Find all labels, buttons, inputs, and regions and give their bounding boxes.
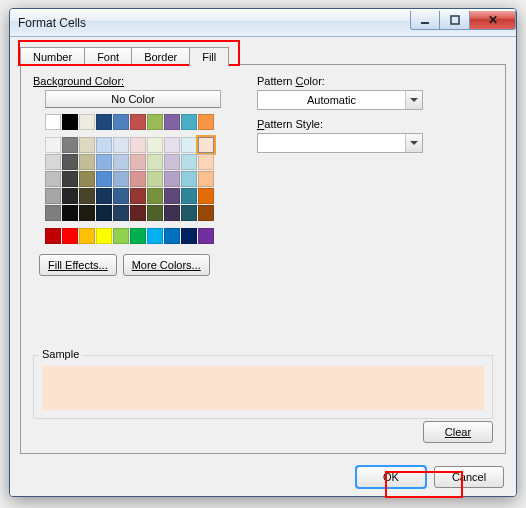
color-swatch[interactable]: [164, 114, 180, 130]
color-swatch[interactable]: [113, 137, 129, 153]
color-swatch[interactable]: [181, 154, 197, 170]
color-swatch[interactable]: [164, 171, 180, 187]
color-swatch[interactable]: [164, 205, 180, 221]
color-swatch[interactable]: [198, 114, 214, 130]
color-swatch[interactable]: [181, 228, 197, 244]
color-swatch[interactable]: [45, 154, 61, 170]
color-swatch[interactable]: [96, 205, 112, 221]
pattern-style-label: Pattern Style:: [257, 118, 423, 130]
dropdown-arrow-icon: [405, 134, 422, 152]
window-maximize-button[interactable]: [440, 11, 470, 30]
svg-rect-0: [421, 22, 429, 24]
color-swatch[interactable]: [45, 114, 61, 130]
color-swatch[interactable]: [130, 188, 146, 204]
color-swatch[interactable]: [62, 171, 78, 187]
color-swatch[interactable]: [198, 228, 214, 244]
color-swatch[interactable]: [198, 188, 214, 204]
pattern-color-dropdown[interactable]: Automatic: [257, 90, 423, 110]
color-swatch[interactable]: [198, 205, 214, 221]
color-swatch[interactable]: [164, 154, 180, 170]
clear-button[interactable]: Clear: [423, 421, 493, 443]
color-swatch[interactable]: [79, 171, 95, 187]
no-color-button[interactable]: No Color: [45, 90, 221, 108]
color-swatch[interactable]: [79, 205, 95, 221]
color-swatch[interactable]: [113, 188, 129, 204]
color-swatch[interactable]: [45, 205, 61, 221]
color-swatch[interactable]: [147, 188, 163, 204]
color-swatch[interactable]: [113, 154, 129, 170]
titlebar[interactable]: Format Cells ✕: [10, 9, 516, 37]
color-swatch[interactable]: [147, 228, 163, 244]
color-swatch[interactable]: [181, 171, 197, 187]
color-swatch[interactable]: [62, 114, 78, 130]
color-swatch[interactable]: [130, 171, 146, 187]
color-swatch[interactable]: [147, 114, 163, 130]
fill-effects-button[interactable]: Fill Effects...: [39, 254, 117, 276]
pattern-color-value: Automatic: [258, 91, 405, 109]
tab-fill[interactable]: Fill: [189, 47, 229, 67]
background-color-label: Background Color:: [33, 75, 221, 87]
color-swatch[interactable]: [62, 154, 78, 170]
color-swatch[interactable]: [96, 154, 112, 170]
color-swatch[interactable]: [113, 171, 129, 187]
format-cells-dialog: Format Cells ✕ Number Font Border Fill B…: [9, 8, 517, 497]
color-swatch[interactable]: [62, 205, 78, 221]
pattern-style-value: [258, 134, 405, 152]
color-swatch[interactable]: [113, 205, 129, 221]
color-swatch[interactable]: [181, 188, 197, 204]
color-palette: [45, 114, 221, 244]
color-swatch[interactable]: [198, 171, 214, 187]
color-swatch[interactable]: [147, 137, 163, 153]
tab-panel-fill: Background Color: No Color Fill Effects.…: [20, 64, 506, 454]
window-close-button[interactable]: ✕: [470, 11, 516, 30]
pattern-style-dropdown[interactable]: [257, 133, 423, 153]
color-swatch[interactable]: [198, 154, 214, 170]
color-swatch[interactable]: [45, 137, 61, 153]
close-icon: ✕: [488, 13, 498, 27]
dialog-title: Format Cells: [18, 16, 86, 30]
window-minimize-button[interactable]: [410, 11, 440, 30]
color-swatch[interactable]: [130, 114, 146, 130]
color-swatch[interactable]: [79, 188, 95, 204]
color-swatch[interactable]: [181, 114, 197, 130]
color-swatch[interactable]: [62, 228, 78, 244]
color-swatch[interactable]: [164, 228, 180, 244]
color-swatch[interactable]: [96, 188, 112, 204]
color-swatch[interactable]: [96, 114, 112, 130]
dropdown-arrow-icon: [405, 91, 422, 109]
color-swatch[interactable]: [79, 114, 95, 130]
color-swatch[interactable]: [96, 137, 112, 153]
color-swatch[interactable]: [62, 137, 78, 153]
color-swatch[interactable]: [147, 171, 163, 187]
color-swatch[interactable]: [164, 137, 180, 153]
pattern-color-label: Pattern Color:: [257, 75, 423, 87]
color-swatch[interactable]: [147, 205, 163, 221]
color-swatch[interactable]: [130, 154, 146, 170]
color-swatch[interactable]: [130, 137, 146, 153]
color-swatch[interactable]: [79, 137, 95, 153]
ok-button[interactable]: OK: [356, 466, 426, 488]
color-swatch[interactable]: [79, 228, 95, 244]
color-swatch[interactable]: [96, 228, 112, 244]
color-swatch[interactable]: [130, 228, 146, 244]
color-swatch[interactable]: [45, 228, 61, 244]
color-swatch[interactable]: [79, 154, 95, 170]
color-swatch[interactable]: [181, 137, 197, 153]
color-swatch[interactable]: [181, 205, 197, 221]
more-colors-button[interactable]: More Colors...: [123, 254, 210, 276]
color-swatch[interactable]: [164, 188, 180, 204]
maximize-icon: [450, 15, 460, 25]
color-swatch[interactable]: [198, 137, 214, 153]
color-swatch[interactable]: [113, 114, 129, 130]
color-swatch[interactable]: [113, 228, 129, 244]
color-swatch[interactable]: [45, 188, 61, 204]
color-swatch[interactable]: [96, 171, 112, 187]
color-swatch[interactable]: [45, 171, 61, 187]
sample-label: Sample: [38, 348, 83, 360]
color-swatch[interactable]: [62, 188, 78, 204]
sample-group: Sample: [33, 355, 493, 419]
color-swatch[interactable]: [147, 154, 163, 170]
cancel-button[interactable]: Cancel: [434, 466, 504, 488]
sample-preview: [42, 366, 484, 410]
color-swatch[interactable]: [130, 205, 146, 221]
